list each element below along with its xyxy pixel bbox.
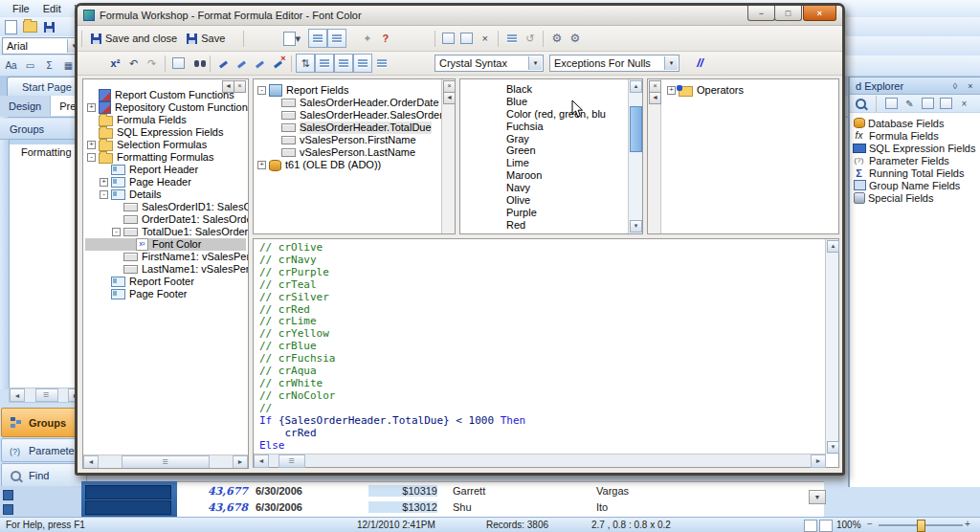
group-tree-panel[interactable]: Formatting Sta: [9, 139, 84, 389]
edit-icon[interactable]: [884, 97, 899, 110]
tree-item[interactable]: +Selection Formulas: [85, 139, 246, 151]
explorer-item-running-total-fields[interactable]: Running Total Fields: [852, 166, 980, 179]
help-icon[interactable]: ?: [376, 30, 394, 48]
tree-item[interactable]: -Details: [85, 188, 246, 201]
duplicate-icon[interactable]: [921, 97, 935, 110]
expand-icon[interactable]: +: [87, 103, 96, 112]
tree-item[interactable]: Page Footer: [85, 288, 246, 300]
color-option[interactable]: Navy: [460, 182, 629, 194]
color-option[interactable]: Silver: [460, 232, 629, 234]
explorer-header[interactable]: d Explorer ◊ ×: [850, 78, 980, 95]
expand-icon[interactable]: +: [667, 86, 676, 95]
sort-trees-icon[interactable]: ⇅: [296, 54, 315, 73]
check-syntax-icon[interactable]: x²: [106, 55, 124, 73]
zoom-slider-thumb[interactable]: [917, 520, 925, 532]
menu-edit[interactable]: Edit: [36, 3, 68, 14]
zoom-in-icon[interactable]: +: [965, 519, 970, 529]
editor-horizontal-scrollbar[interactable]: ◄ ☰ ►: [254, 454, 826, 467]
color-option[interactable]: Lime: [460, 157, 629, 169]
tree-item[interactable]: Formula Fields: [85, 114, 246, 126]
zoom-out-icon[interactable]: −: [867, 519, 873, 529]
tree-item[interactable]: -Report Fields: [256, 84, 441, 97]
scroll-left-icon[interactable]: ◄: [83, 455, 99, 469]
color-option[interactable]: Olive: [460, 194, 629, 207]
layout-fit-icon[interactable]: [819, 520, 833, 532]
tree-item[interactable]: SQL Expression Fields: [85, 126, 246, 139]
tree-item[interactable]: +Repository Custom Functions: [85, 101, 246, 114]
tree-item[interactable]: Report Custom Functions: [85, 89, 246, 101]
scroll-left-icon[interactable]: ◄: [254, 454, 269, 468]
refresh-icon[interactable]: ↺: [521, 30, 539, 48]
color-option[interactable]: Maroon: [460, 169, 629, 182]
rename-icon[interactable]: ✎: [902, 97, 917, 110]
fields-panel-scroll-strip[interactable]: × ◄: [441, 79, 455, 233]
tree-item[interactable]: FirstName1: vSalesPer: [85, 251, 246, 263]
tab-design[interactable]: Design: [0, 96, 51, 116]
tree-item[interactable]: SalesOrderHeader.SalesOrderID: [256, 109, 441, 122]
font-select[interactable]: Arial ▾: [2, 37, 82, 55]
custom-function-gear-icon[interactable]: [547, 30, 566, 48]
browse-data-icon[interactable]: [854, 97, 868, 110]
color-option[interactable]: Fuchsia: [460, 121, 629, 133]
scrollbar-thumb[interactable]: ☰: [122, 455, 210, 469]
explorer-item-special-fields[interactable]: Special Fields: [852, 191, 980, 204]
layout-page-icon[interactable]: [804, 520, 817, 532]
explorer-item-database-fields[interactable]: Database Fields: [852, 117, 980, 129]
scroll-up-icon[interactable]: ▲: [630, 80, 642, 93]
add-custom-function-gear-icon[interactable]: [566, 30, 584, 48]
color-option[interactable]: Blue: [460, 96, 629, 108]
field-box-icon[interactable]: ▭: [22, 58, 38, 74]
color-list-scrollbar[interactable]: ▲ ▼: [628, 79, 642, 233]
null-handling-select[interactable]: Exceptions For Nulls ▾: [549, 55, 679, 72]
color-option[interactable]: Red: [460, 219, 629, 232]
syntax-select[interactable]: Crystal Syntax ▾: [434, 55, 544, 72]
close-button[interactable]: ×: [803, 6, 836, 21]
scrollbar-thumb[interactable]: [630, 106, 642, 152]
copy-icon[interactable]: [439, 30, 457, 48]
bookmark-icon[interactable]: [372, 55, 390, 73]
color-option[interactable]: Green: [460, 144, 629, 157]
maximize-button[interactable]: □: [774, 6, 802, 21]
font-style-icon[interactable]: Aa: [3, 58, 19, 74]
tree-item[interactable]: Font Color: [85, 238, 246, 251]
color-option[interactable]: Purple: [460, 207, 629, 219]
formula-editor[interactable]: // crOlive// crNavy// crPurple// crTeal/…: [253, 238, 839, 468]
undo-icon[interactable]: ↶: [124, 55, 143, 73]
chevron-down-icon[interactable]: ▾: [528, 56, 542, 70]
tree-item[interactable]: LastName1: vSalesPer: [85, 263, 246, 276]
tree-item[interactable]: Report Footer: [85, 276, 246, 288]
collapse-icon[interactable]: -: [112, 228, 121, 236]
tree-item[interactable]: SalesOrderHeader.TotalDue: [256, 122, 441, 134]
preview-scroll-button[interactable]: ▼: [809, 490, 826, 504]
insert-icon[interactable]: [939, 97, 953, 110]
scrollbar-thumb[interactable]: ☰: [35, 388, 58, 402]
tree-item[interactable]: SalesOrderHeader.OrderDate: [256, 97, 441, 109]
pin-icon[interactable]: ◊: [949, 80, 961, 92]
expand-icon[interactable]: +: [257, 161, 266, 169]
functions-panel-icon[interactable]: [334, 54, 353, 73]
collapse-icon[interactable]: -: [87, 153, 96, 162]
explorer-item-parameter-fields[interactable]: Parameter Fields: [852, 154, 980, 166]
scrollbar-thumb[interactable]: ☰: [278, 454, 305, 468]
new-formula-icon[interactable]: ▾: [282, 30, 301, 48]
scroll-right-icon[interactable]: ►: [811, 454, 826, 468]
group-node-icon[interactable]: [3, 490, 13, 500]
find-icon[interactable]: [188, 55, 206, 73]
collapse-panel-icon[interactable]: ◄: [443, 92, 456, 104]
group-node-icon[interactable]: [3, 504, 13, 515]
tree-item[interactable]: -Formatting Formulas: [85, 151, 246, 164]
formula-expert-icon[interactable]: ✦: [358, 30, 376, 48]
tree-item[interactable]: +Page Header: [85, 176, 246, 188]
groups-horizontal-scrollbar[interactable]: ◄ ☰ ►: [9, 388, 84, 403]
tree-item[interactable]: Report Header: [85, 164, 246, 176]
dialog-title-bar[interactable]: Formula Workshop - Format Formula Editor…: [78, 6, 842, 26]
collapse-icon[interactable]: -: [257, 86, 266, 95]
paste-icon[interactable]: [457, 30, 476, 48]
tree-item[interactable]: +Operators: [665, 84, 744, 97]
show-formatting-icon[interactable]: [502, 30, 521, 48]
comment-button[interactable]: //: [691, 55, 709, 73]
tree-item[interactable]: +t61 (OLE DB (ADO)): [256, 159, 441, 171]
expand-icon[interactable]: +: [100, 178, 108, 187]
tree-item[interactable]: vSalesPerson.FirstName: [256, 134, 441, 146]
editor-vertical-scrollbar[interactable]: ▲ ▼: [825, 239, 838, 454]
